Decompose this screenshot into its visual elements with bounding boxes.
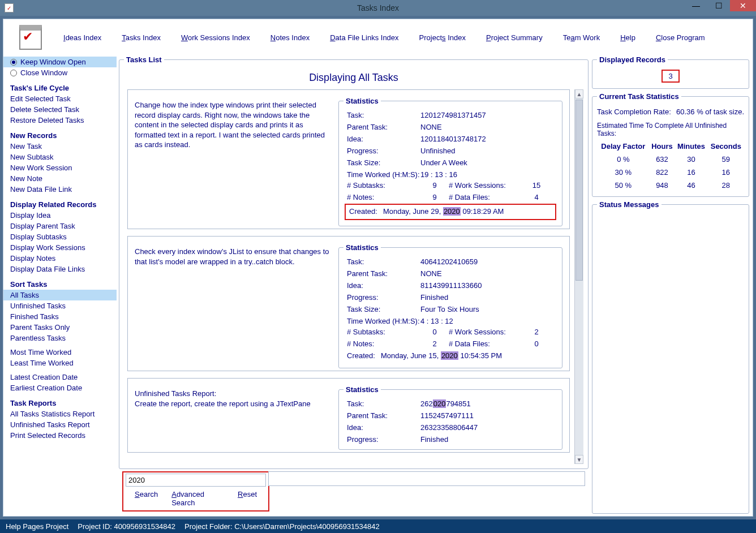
sidebar-item-display-parent-task[interactable]: Display Parent Task [3,221,117,231]
sidebar-item-display-data-file-links[interactable]: Display Data File Links [3,264,117,274]
sidebar-item-display-notes[interactable]: Display Notes [3,253,117,264]
sidebar-item-parentless-tasks[interactable]: Parentless Tasks [3,333,117,343]
menu-work-sessions-index[interactable]: Work Sessions Index [181,33,250,42]
est-cell: 46 [675,179,707,192]
sidebar-item-new-data-file-link[interactable]: New Data File Link [3,184,117,195]
sidebar-item-most-time-worked[interactable]: Most Time Worked [3,347,117,358]
sidebar-item-display-work-sessions[interactable]: Display Work Sessions [3,242,117,253]
sidebar-item-new-work-session[interactable]: New Work Session [3,162,117,173]
maximize-button[interactable]: ☐ [707,0,730,11]
datafiles-value: 4 [522,193,551,201]
search-input[interactable] [126,474,266,487]
menu-ideas-index[interactable]: Ideas Index [63,33,101,42]
worksessions-value: 2 [522,328,551,336]
sidebar-item-all-tasks-statistics-report[interactable]: All Tasks Statistics Report [3,409,117,419]
title-bar: ✓ Tasks Index — ☐ ✕ [0,0,756,16]
radio-keep-window-open[interactable]: Keep Window Open [3,57,117,67]
sidebar-item-display-idea[interactable]: Display Idea [3,210,117,221]
subtasks-label: # Subtasks: [347,181,420,190]
est-cell: 30 % [597,166,650,179]
sidebar-item-unfinished-tasks[interactable]: Unfinished Tasks [3,300,117,311]
task-description: Change how the index type windows print … [135,97,333,226]
menu-team-work[interactable]: Team Work [563,33,600,42]
search-input-extension[interactable] [268,471,585,486]
minimize-button[interactable]: — [685,0,707,11]
sidebar-item-unfinished-tasks-report[interactable]: Unfinished Tasks Report [3,419,117,430]
sidebar-item-parent-tasks-only[interactable]: Parent Tasks Only [3,322,117,333]
est-cell: 0 % [597,153,650,166]
menu-help[interactable]: Help [620,33,635,42]
cts-legend: Current Task Statistics [597,92,681,101]
sidebar-item-finished-tasks[interactable]: Finished Tasks [3,311,117,322]
sidebar-header: Task's Life Cycle [3,78,117,93]
sidebar-item-all-tasks[interactable]: All Tasks [3,290,117,300]
idea-label: Idea: [347,135,420,143]
idea-value: 811439911133660 [420,281,554,290]
menu-data-file-links-index[interactable]: Data File Links Index [330,33,398,42]
parent-task-label: Parent Task: [347,411,420,420]
footer-project-folder: Project Folder: C:\Users\Darren\Projects… [184,522,380,531]
status-bar: Help Pages Project Project ID: 400956931… [0,519,756,533]
menu-close-program[interactable]: Close Program [656,33,705,42]
task-statistics: StatisticsTask:1201274981371457Parent Ta… [338,97,562,226]
time-worked-label: Time Worked (H:M:S): [347,170,420,179]
sidebar-item-delete-selected-task[interactable]: Delete Selected Task [3,104,117,115]
est-col-header: Hours [650,140,675,153]
sidebar-header: New Records [3,126,117,141]
sidebar-item-latest-creation-date[interactable]: Latest Creation Date [3,372,117,382]
est-col-header: Minutes [675,140,707,153]
sidebar-item-display-subtasks[interactable]: Display Subtasks [3,231,117,242]
advanced-search-button[interactable]: Advanced Search [171,490,224,507]
menu-tasks-index[interactable]: Tasks Index [122,33,161,42]
task-statistics: StatisticsTask:262020794851Parent Task:1… [338,385,562,450]
sidebar-item-earliest-creation-date[interactable]: Earliest Creation Date [3,382,117,393]
est-cell: 16 [675,166,707,179]
search-button[interactable]: Search [135,490,158,507]
notes-label: # Notes: [347,339,420,348]
sidebar-item-print-selected-records[interactable]: Print Selected Records [3,430,117,441]
progress-label: Progress: [347,435,420,444]
scroll-up-icon[interactable]: ▲ [575,89,583,98]
task-statistics: StatisticsTask:40641202410659Parent Task… [338,243,562,368]
datafiles-label: # Data Files: [449,339,522,348]
displayed-records-legend: Displayed Records [597,55,668,64]
close-window-button[interactable]: ✕ [730,0,756,11]
radio-close-window[interactable]: Close Window [3,67,117,78]
scroll-thumb[interactable] [575,100,583,281]
notes-label: # Notes: [347,193,420,201]
est-cell: 59 [708,153,744,166]
reset-button[interactable]: Reset [238,490,257,507]
datafiles-label: # Data Files: [449,193,522,201]
displaying-title: Displaying All Tasks [124,68,583,89]
datafiles-value: 0 [522,339,551,348]
menu-project-summary[interactable]: Project Summary [486,33,543,42]
task-card[interactable]: Check every index window's JList to ensu… [127,236,570,371]
task-id-value: 1201274981371457 [420,111,554,119]
window-title: Tasks Index [357,3,399,12]
sidebar-item-new-note[interactable]: New Note [3,173,117,184]
menu-notes-index[interactable]: Notes Index [270,33,310,42]
stats-legend: Statistics [343,385,381,394]
sidebar-item-restore-deleted-tasks[interactable]: Restore Deleted Tasks [3,115,117,126]
parent-task-label: Parent Task: [347,269,420,278]
search-highlight-box: Search Advanced Search Reset [122,471,269,511]
sidebar-item-new-subtask[interactable]: New Subtask [3,152,117,162]
idea-value: 1201184013748172 [420,135,554,143]
sidebar-item-edit-selected-task[interactable]: Edit Selected Task [3,93,117,104]
status-messages-legend: Status Messages [597,200,662,209]
sidebar: Keep Window Open Close Window Task's Lif… [3,53,117,516]
sidebar-item-least-time-worked[interactable]: Least Time Worked [3,358,117,368]
progress-label: Progress: [347,293,420,302]
tasks-list-legend: Tasks List [124,55,164,64]
scroll-down-icon[interactable]: ▼ [575,455,583,464]
tasks-scrollbar[interactable]: ▲ ▼ [574,89,583,464]
parent-task-label: Parent Task: [347,123,420,131]
est-row: 0 %6323059 [597,153,744,166]
task-card[interactable]: Change how the index type windows print … [127,89,570,229]
worksessions-label: # Work Sessions: [449,328,522,336]
displayed-records-value: 3 [662,70,679,83]
sidebar-item-new-task[interactable]: New Task [3,141,117,152]
menu-projects-index[interactable]: Projects Index [419,33,466,42]
parent-task-value: NONE [420,269,554,278]
task-card[interactable]: Unfinished Tasks Report:Create the repor… [127,378,570,453]
